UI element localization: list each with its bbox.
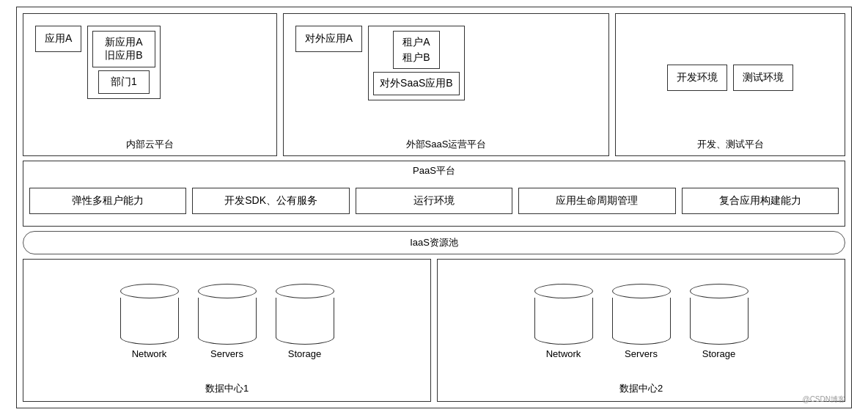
dc2-network-top	[534, 284, 593, 298]
dc1-network-top	[120, 284, 179, 298]
dc1-servers-body	[198, 298, 257, 338]
dc2-storage-top	[690, 284, 749, 298]
architecture-diagram: 应用A 新应用A旧应用B 部门1 内部云平台 对外应用A 租户A租户B 对外Sa…	[16, 7, 852, 408]
dc2-resources: Network Servers Storage	[444, 265, 839, 378]
app-a-box: 应用A	[35, 26, 81, 52]
saas-app-b-label: 对外SaaS应用B	[373, 72, 460, 95]
dept1-group: 新应用A旧应用B 部门1	[87, 26, 160, 99]
datacenters-row: Network Servers Storage 数据中心1	[23, 259, 845, 402]
paas-row: PaaS平台 弹性多租户能力 开发SDK、公有服务 运行环境 应用生命周期管理 …	[23, 161, 845, 227]
dc2-servers-top	[612, 284, 671, 298]
dc2-storage-label: Storage	[702, 348, 736, 359]
dc2-storage-body	[690, 298, 749, 338]
external-saas-label: 外部SaaS运营平台	[284, 138, 608, 151]
internal-cloud-platform: 应用A 新应用A旧应用B 部门1 内部云平台	[23, 13, 277, 156]
paas-title: PaaS平台	[29, 164, 839, 177]
dc1-storage-top	[276, 284, 334, 298]
dc2-network: Network	[531, 284, 597, 359]
paas-item-2: 运行环境	[356, 188, 512, 214]
dept1-label: 部门1	[98, 70, 150, 94]
iaas-label: IaaS资源池	[410, 236, 458, 249]
dc1-storage: Storage	[272, 284, 338, 359]
dc1-servers-top	[198, 284, 257, 298]
devtest-platform-label: 开发、测试平台	[616, 138, 845, 151]
test-env-box: 测试环境	[733, 65, 793, 91]
paas-item-3: 应用生命周期管理	[518, 188, 675, 214]
external-app-a-box: 对外应用A	[295, 26, 362, 52]
dc2-network-body	[534, 298, 593, 338]
dc1-label: 数据中心1	[29, 382, 424, 395]
dc2-servers-label: Servers	[625, 348, 658, 359]
dc2-servers-body	[612, 298, 671, 338]
paas-items: 弹性多租户能力 开发SDK、公有服务 运行环境 应用生命周期管理 复合应用构建能…	[29, 182, 839, 220]
dc1-servers-label: Servers	[210, 348, 243, 359]
dc1-storage-body	[276, 298, 334, 338]
dc2-label: 数据中心2	[444, 382, 839, 395]
internal-platform-label: 内部云平台	[23, 138, 276, 151]
dc2-servers: Servers	[608, 284, 674, 359]
iaas-row: IaaS资源池	[23, 231, 845, 254]
dc1-resources: Network Servers Storage	[29, 265, 424, 378]
stacked-apps-box: 新应用A旧应用B	[92, 31, 155, 67]
devtest-platform: 开发环境 测试环境 开发、测试平台	[615, 13, 845, 156]
paas-item-4: 复合应用构建能力	[682, 188, 839, 214]
tenants-box: 租户A租户B	[393, 31, 439, 69]
datacenter-1: Network Servers Storage 数据中心1	[23, 259, 431, 402]
dev-env-box: 开发环境	[667, 65, 727, 91]
dc2-storage: Storage	[686, 284, 752, 359]
dc1-network-label: Network	[132, 348, 167, 359]
dc1-network-body	[120, 298, 179, 338]
dc2-network-label: Network	[546, 348, 581, 359]
paas-item-0: 弹性多租户能力	[29, 188, 186, 214]
external-saas-platform: 对外应用A 租户A租户B 对外SaaS应用B 外部SaaS运营平台	[283, 13, 609, 156]
datacenter-2: Network Servers Storage 数据中心2	[437, 259, 845, 402]
dc1-servers: Servers	[194, 284, 260, 359]
watermark: @CSDN博客	[803, 394, 846, 405]
saas-tenant-group: 租户A租户B 对外SaaS应用B	[368, 26, 465, 100]
dc1-storage-label: Storage	[288, 348, 322, 359]
dc1-network: Network	[117, 284, 183, 359]
paas-item-1: 开发SDK、公有服务	[192, 188, 349, 214]
top-platforms-row: 应用A 新应用A旧应用B 部门1 内部云平台 对外应用A 租户A租户B 对外Sa…	[23, 13, 845, 156]
